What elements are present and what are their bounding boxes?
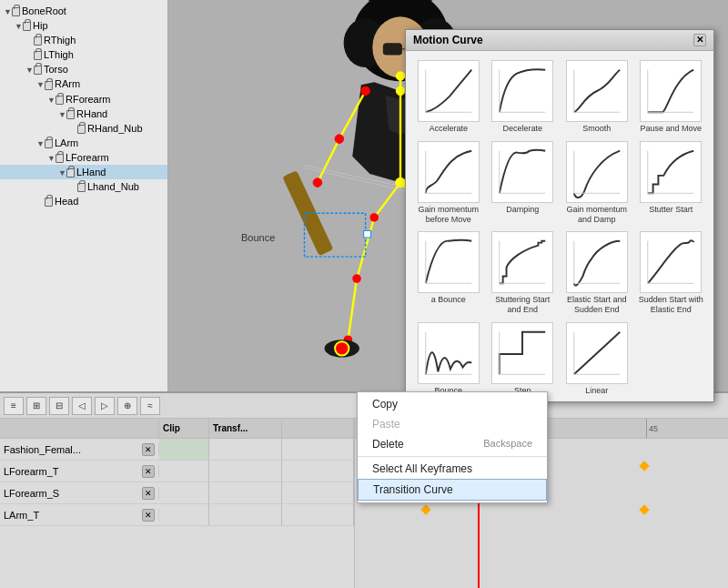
curve-label-linear: Linear [585,386,608,396]
tree-item-lforearm[interactable]: ▼LForearm [0,150,167,165]
keyframe-larm-t-1[interactable] [420,504,430,514]
menu-transition-curve[interactable]: Transition Curve [358,479,547,501]
curve-bounce[interactable]: Bounce [413,320,484,398]
curve-elastic-sudden[interactable]: Elastic Start and Sudden End [561,229,632,317]
curve-preview-accelerate [418,60,480,122]
track-close-fashion[interactable]: ✕ [142,443,155,456]
curve-linear[interactable]: Linear [561,320,632,398]
tree-item-head[interactable]: Head [0,194,167,208]
menu-paste[interactable]: Paste [358,414,547,434]
track-name-fashion: Fashion_Femal... ✕ [0,443,159,456]
toolbar-btn-next[interactable]: ▷ [95,397,115,415]
menu-copy[interactable]: Copy [358,394,547,414]
svg-rect-48 [364,230,371,238]
track-label-lforearm-t: LForearm_T [4,466,59,477]
tree-item-rhand_nub[interactable]: RHand_Nub [0,121,167,136]
curve-gain-and-damp[interactable]: Gain momentum and Damp [561,139,632,227]
curve-smooth[interactable]: Smooth [561,58,632,136]
curve-decelerate[interactable]: Decelerate [488,58,559,136]
curve-a-bounce[interactable]: a Bounce [413,229,484,317]
curve-preview-smooth [566,60,628,122]
tree-item-larm[interactable]: ▼LArm [0,136,167,150]
tree-label: RForearm [66,94,111,105]
track-rest-lforearm-s [282,482,354,503]
tree-item-rforearm[interactable]: ▼RForearm [0,92,167,106]
curve-step[interactable]: Step [488,320,559,398]
menu-delete[interactable]: Delete Backspace [358,434,547,454]
tree-item-torso[interactable]: ▼Torso [0,62,167,76]
svg-point-30 [352,274,361,283]
curve-stutter-start-end[interactable]: Stuttering Start and End [488,229,559,317]
curve-label-elastic-sudden: Elastic Start and Sudden End [564,295,630,315]
context-menu: Copy Paste Delete Backspace Select All K… [357,391,548,503]
curve-preview-bounce [418,322,480,384]
curve-label-sudden-elastic: Sudden Start with Elastic End [638,295,703,315]
tree-item-lthigh[interactable]: LThigh [0,47,167,62]
curve-label-gain-before: Gain momentum before Move [416,205,481,225]
tree-item-rhand[interactable]: ▼RHand [0,106,167,121]
track-close-lforearm-s[interactable]: ✕ [142,487,155,500]
svg-point-13 [335,135,344,144]
track-trans-lforearm-s [209,482,282,503]
track-rest-fashion [282,439,354,460]
lock-icon [66,168,75,177]
curve-preview-a-bounce [418,231,480,293]
tree-label: RHand_Nub [87,123,143,134]
curve-preview-step [491,322,553,384]
svg-line-24 [374,183,400,218]
lock-icon [45,81,53,90]
track-col-rest [282,419,354,438]
tree-label: RHand [76,108,107,119]
curve-preview-stutter-end [491,231,553,293]
keyframe-lforearm-t-2[interactable] [639,461,649,471]
track-label-lforearm-s: LForearm_S [4,488,59,499]
toolbar-btn-collapse[interactable]: ⊟ [49,397,69,415]
tree-label: RThigh [44,35,76,46]
tree-item-lhand[interactable]: ▼LHand [0,165,167,179]
motion-curve-close-button[interactable]: ✕ [693,34,706,46]
curve-label-a-bounce: a Bounce [431,295,466,305]
track-list: Clip Transf... Fashion_Femal... ✕ LForea… [0,419,355,588]
curve-preview-gain-damp [566,141,628,203]
curve-label-decelerate: Decelerate [502,124,542,134]
track-close-lforearm-t[interactable]: ✕ [142,465,155,478]
tree-item-lhand_nub[interactable]: Lhand_Nub [0,179,167,194]
track-close-larm-t[interactable]: ✕ [142,509,155,522]
skeleton-tree: ▼BoneRoot▼Hip RThigh LThigh▼Torso▼RArm▼R… [0,0,168,391]
menu-select-all[interactable]: Select All Keyframes [358,459,547,479]
tree-item-rarm[interactable]: ▼RArm [0,76,167,91]
tree-item-rthigh[interactable]: RThigh [0,33,167,47]
tree-label: LThigh [44,49,74,60]
motion-curve-title: Motion Curve [413,34,483,46]
curve-pause-and-move[interactable]: Pause and Move [636,58,707,136]
curve-gain-momentum-before[interactable]: Gain momentum before Move [413,139,484,227]
keyframe-larm-t-2[interactable] [639,504,649,514]
toolbar-btn-wave[interactable]: ≈ [140,397,160,415]
track-col-trans: Transf... [209,419,282,438]
curve-sudden-elastic[interactable]: Sudden Start with Elastic End [636,229,707,317]
svg-point-21 [396,72,405,81]
curve-damping[interactable]: Damping [488,139,559,227]
track-row-lforearm-s: LForearm_S ✕ [0,482,354,504]
tree-item-hip[interactable]: ▼Hip [0,18,167,33]
track-clip-lforearm-s [159,482,209,503]
track-header: Clip Transf... [0,419,354,439]
toolbar-btn-grid[interactable]: ⊞ [26,397,46,415]
svg-line-12 [318,139,339,183]
track-clip-larm-t [159,504,209,525]
toolbar-btn-add[interactable]: ⊕ [117,397,137,415]
curve-preview-decelerate [491,60,553,122]
toolbar-btn-menu[interactable]: ≡ [4,397,24,415]
toolbar-btn-prev[interactable]: ◁ [72,397,92,415]
svg-line-80 [574,332,620,375]
curve-preview-damping [491,141,553,203]
lock-icon [77,183,86,192]
curve-preview-sudden-elastic [640,231,702,293]
curve-label-accelerate: Accelerate [429,124,468,134]
curve-accelerate[interactable]: Accelerate [413,58,484,136]
lock-icon [66,110,75,119]
tree-label: BoneRoot [22,5,66,16]
tree-item-boneroot[interactable]: ▼BoneRoot [0,4,167,18]
curve-stutter-start[interactable]: Stutter Start [636,139,707,227]
tree-label: LHand [76,167,106,177]
